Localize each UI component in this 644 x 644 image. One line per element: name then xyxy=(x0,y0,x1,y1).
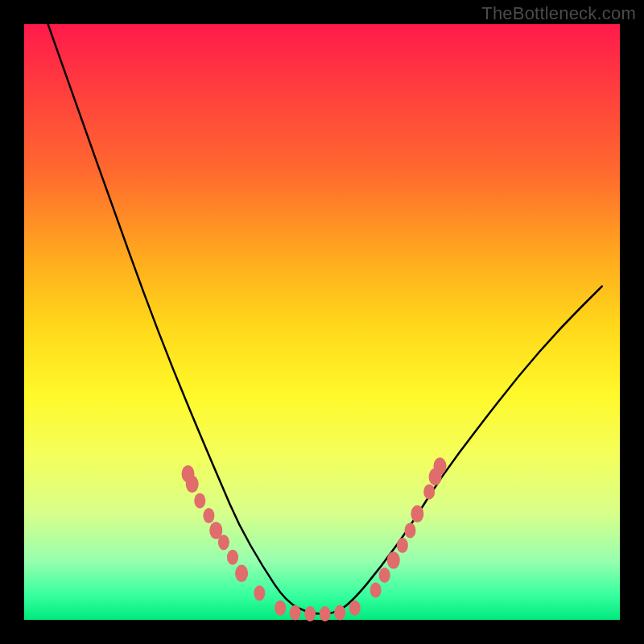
curve-marker xyxy=(275,601,286,616)
curve-marker xyxy=(405,523,416,539)
curve-marker xyxy=(411,506,423,523)
curve-marker xyxy=(434,457,447,475)
curve-marker xyxy=(397,538,408,553)
curve-marker xyxy=(379,568,390,583)
curve-marker xyxy=(186,476,199,493)
curve-marker xyxy=(334,605,345,621)
curve-marker xyxy=(290,605,301,621)
curve-marker xyxy=(218,535,229,550)
watermark-text: TheBottleneck.com xyxy=(481,3,636,24)
chart-frame: TheBottleneck.com xyxy=(0,0,644,644)
curve-marker xyxy=(320,606,331,621)
curve-marker xyxy=(227,550,238,565)
curve-marker xyxy=(194,493,205,509)
chart-svg xyxy=(24,24,620,620)
curve-marker xyxy=(254,585,265,601)
curve-marker xyxy=(423,484,435,499)
curve-marker xyxy=(203,508,214,523)
curve-marker xyxy=(387,551,400,569)
plot-area xyxy=(24,24,620,620)
bottleneck-curve xyxy=(48,24,602,614)
curve-marker xyxy=(304,606,316,621)
curve-marker xyxy=(370,583,382,598)
curve-marker xyxy=(235,565,248,583)
curve-marker xyxy=(349,601,361,616)
